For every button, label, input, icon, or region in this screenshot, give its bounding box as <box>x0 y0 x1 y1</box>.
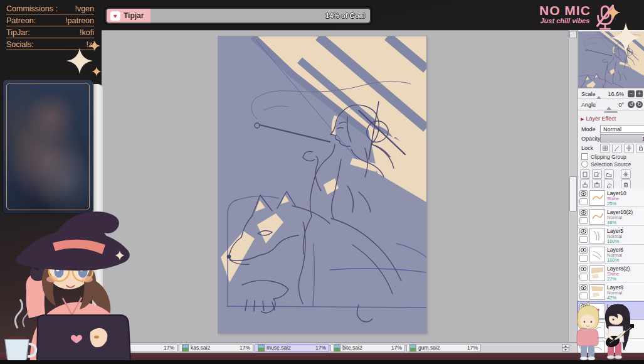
document-tab-selected[interactable]: muse.sai2 17% <box>255 344 329 352</box>
coffee-cup <box>5 340 29 363</box>
mode-row: Mode Normal <box>578 124 644 134</box>
merge-down-button[interactable] <box>592 179 602 189</box>
tipjar-progress-text: 14% of Goal <box>325 12 365 19</box>
document-tab[interactable]: kas.sai2 17% <box>179 344 253 352</box>
link-label: TipJar: <box>6 28 30 37</box>
checker-icon <box>602 145 608 151</box>
opacity-label: Opacity <box>581 136 600 142</box>
tab-scroll-down-icon[interactable] <box>562 348 569 351</box>
workspace-vertical-scrollbar[interactable] <box>568 30 577 342</box>
no-mic-subtitle: Just chill vibes <box>540 17 589 24</box>
rotate-cw-button[interactable]: ↻ <box>636 101 643 108</box>
new-layer-button[interactable] <box>580 169 590 179</box>
layer-visibility-eye-icon[interactable] <box>579 228 588 235</box>
layer-visibility-eye-icon[interactable] <box>579 265 588 272</box>
layer-toolbar-row2 <box>578 179 644 189</box>
layer-thumbnail <box>589 209 605 225</box>
layer-thumbnail <box>589 190 605 206</box>
rotate-ccw-button[interactable]: ↺ <box>628 101 635 108</box>
layer-visibility-eye-icon[interactable] <box>579 209 588 216</box>
trash-icon <box>623 181 629 188</box>
new-pen-layer-button[interactable] <box>592 169 602 179</box>
blend-mode-select[interactable]: Normal <box>600 125 644 133</box>
tipjar-fill: ♥ Tipjar <box>107 9 150 23</box>
link-commissions: Commissions : !vgen <box>6 4 94 14</box>
lock-all-button[interactable] <box>636 144 644 153</box>
link-tipjar: TipJar: !kofi <box>6 28 94 38</box>
layer-visibility-eye-icon[interactable] <box>579 247 588 254</box>
arrow-down-page-icon <box>582 181 588 188</box>
layer-effect-header[interactable]: ▶Layer Effect <box>581 115 616 122</box>
layer-row[interactable]: Layer8Normal42% <box>578 282 644 301</box>
lock-label: Lock <box>581 145 600 151</box>
layer-row[interactable]: Layer10(2)Normal46% <box>578 207 644 226</box>
tab-filename: bite.sai2 <box>342 345 391 351</box>
lock-move-button[interactable] <box>624 144 634 153</box>
layer-row[interactable]: Layer6Normal100% <box>578 245 644 264</box>
drawing-canvas[interactable] <box>218 36 426 333</box>
document-tab[interactable]: bite.sai2 17% <box>330 344 405 352</box>
tipjar-track: ♥ Tipjar 14% of Goal <box>107 9 370 23</box>
reference-artwork <box>3 80 93 213</box>
scale-value: 16.6% <box>599 91 626 97</box>
clipping-group-row[interactable]: Clipping Group <box>578 153 644 160</box>
layer-opacity: 100% <box>607 258 623 264</box>
transfer-down-button[interactable] <box>580 179 590 189</box>
selection-source-radio[interactable] <box>581 161 588 168</box>
document-tabbar: .sai2 17% kas.sai2 17% muse.sai2 17% bit… <box>102 342 577 353</box>
lock-pen-button[interactable] <box>612 144 622 153</box>
tab-scroll-spinner[interactable] <box>562 344 569 352</box>
layer-checkbox[interactable] <box>579 236 588 243</box>
sparkle-star-icon <box>92 67 102 77</box>
layer-opacity: 46% <box>607 220 633 226</box>
folder-icon <box>606 171 612 178</box>
selection-source-row[interactable]: Selection Source <box>578 161 644 168</box>
clear-layer-button[interactable] <box>604 179 614 189</box>
layer-visibility-eye-icon[interactable] <box>579 190 588 197</box>
sparkle-star-icon <box>606 5 621 20</box>
link-command: !vgen <box>75 4 94 13</box>
layer-opacity: 100% <box>607 239 623 245</box>
file-thumbnail-icon <box>409 345 416 351</box>
layer-checkbox[interactable] <box>579 198 588 205</box>
link-command: !patreon <box>65 16 94 25</box>
tab-zoom-level: 17% <box>240 345 250 351</box>
clipping-group-checkbox[interactable] <box>581 153 588 160</box>
canvas-workspace[interactable] <box>102 30 568 343</box>
layer-checkbox[interactable] <box>579 255 588 262</box>
layer-visibility-eye-icon[interactable] <box>579 284 588 291</box>
new-folder-button[interactable] <box>604 169 614 179</box>
document-tab[interactable]: gum.sai2 17% <box>406 344 481 352</box>
delete-layer-button[interactable] <box>621 179 631 189</box>
layer-row[interactable]: Layer8(2)Shine27% <box>578 264 644 282</box>
zoom-in-button[interactable]: + <box>636 90 643 97</box>
link-label: Patreon: <box>6 16 36 25</box>
opacity-slider[interactable]: 1 <box>600 134 644 142</box>
sparkle-star-icon <box>66 48 93 74</box>
layer-row[interactable]: Layer10Shine25% <box>578 188 644 207</box>
witch-mascot <box>0 209 147 364</box>
magic-wand-button[interactable] <box>621 169 631 179</box>
angle-slider-marker[interactable] <box>606 107 611 110</box>
clipping-group-label: Clipping Group <box>591 154 626 160</box>
zoom-out-button[interactable]: − <box>628 90 635 97</box>
lock-row: Lock <box>578 144 644 153</box>
reference-artwork-border <box>6 83 90 210</box>
tab-zoom-level: 17% <box>315 345 326 351</box>
stream-links: Commissions : !vgen Patreon: !patreon Ti… <box>6 4 94 52</box>
scrollbar-top-button[interactable] <box>569 31 577 38</box>
scale-row: Scale 16.6% − + <box>578 89 644 99</box>
layer-checkbox[interactable] <box>579 274 588 281</box>
layer-checkbox[interactable] <box>579 292 588 299</box>
plus-page-icon <box>594 181 600 188</box>
link-label: Socials: <box>6 40 34 49</box>
tab-filename: kas.sai2 <box>191 345 240 351</box>
tab-zoom-level: 17% <box>467 345 478 351</box>
lock-opacity-button[interactable] <box>600 144 610 153</box>
panel-drag-handle[interactable] <box>604 111 618 113</box>
layer-checkbox[interactable] <box>579 217 588 224</box>
layer-thumbnail <box>589 228 605 244</box>
scrollbar-thumb[interactable] <box>569 176 577 211</box>
layer-row[interactable]: Layer5Normal100% <box>578 226 644 245</box>
sparkle-wand-icon <box>623 171 629 178</box>
